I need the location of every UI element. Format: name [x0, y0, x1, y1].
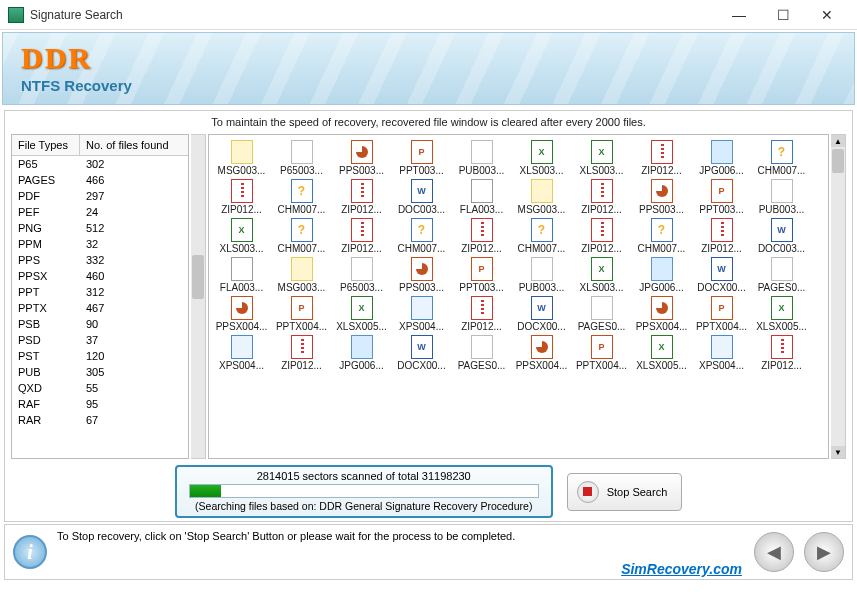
file-item[interactable]: CHM007...	[273, 178, 330, 215]
filetype-row[interactable]: PPT312	[12, 284, 188, 300]
file-grid[interactable]: MSG003...P65003...PPS003...PPT003...PUB0…	[208, 134, 829, 459]
file-item[interactable]: MSG003...	[273, 256, 330, 293]
file-item[interactable]: PPTX004...	[273, 295, 330, 332]
scrollbar-thumb[interactable]	[192, 255, 204, 299]
file-item[interactable]: PPSX004...	[513, 334, 570, 371]
filetype-row[interactable]: PAGES466	[12, 172, 188, 188]
file-item[interactable]: PAGES0...	[573, 295, 630, 332]
scroll-down-icon[interactable]: ▼	[831, 446, 845, 458]
file-item[interactable]: ZIP012...	[573, 217, 630, 254]
file-item[interactable]: PPTX004...	[693, 295, 750, 332]
file-item[interactable]: ZIP012...	[213, 178, 270, 215]
file-item[interactable]: PPS003...	[393, 256, 450, 293]
file-item[interactable]: P65003...	[333, 256, 390, 293]
file-item[interactable]: PPT003...	[393, 139, 450, 176]
nav-forward-button[interactable]: ▶	[804, 532, 844, 572]
file-item[interactable]: PPSX004...	[213, 295, 270, 332]
file-item[interactable]: MSG003...	[513, 178, 570, 215]
filetypes-scrollbar[interactable]	[191, 134, 206, 459]
file-item[interactable]: MSG003...	[213, 139, 270, 176]
file-item[interactable]: DOCX00...	[393, 334, 450, 371]
ppt-icon	[711, 179, 733, 203]
filetype-row[interactable]: PPS332	[12, 252, 188, 268]
file-item[interactable]: ZIP012...	[333, 178, 390, 215]
file-item[interactable]: JPG006...	[693, 139, 750, 176]
file-item[interactable]: PPSX004...	[633, 295, 690, 332]
file-item[interactable]: XPS004...	[393, 295, 450, 332]
page-icon	[471, 335, 493, 359]
filetype-row[interactable]: PPTX467	[12, 300, 188, 316]
close-button[interactable]: ✕	[805, 1, 849, 29]
file-item[interactable]: XLSX005...	[753, 295, 810, 332]
minimize-button[interactable]: —	[717, 1, 761, 29]
filetype-row[interactable]: PEF24	[12, 204, 188, 220]
file-item[interactable]: PAGES0...	[753, 256, 810, 293]
file-item[interactable]: CHM007...	[513, 217, 570, 254]
filetype-row[interactable]: PDF297	[12, 188, 188, 204]
file-item[interactable]: PUB003...	[453, 139, 510, 176]
file-item[interactable]: PPT003...	[693, 178, 750, 215]
file-item[interactable]: FLA003...	[453, 178, 510, 215]
file-item[interactable]: CHM007...	[273, 217, 330, 254]
file-item[interactable]: P65003...	[273, 139, 330, 176]
scroll-up-icon[interactable]: ▲	[831, 135, 845, 147]
file-item[interactable]: CHM007...	[753, 139, 810, 176]
filetype-row[interactable]: PPM32	[12, 236, 188, 252]
filetypes-list[interactable]: File Types No. of files found P65302PAGE…	[11, 134, 189, 459]
filetype-row[interactable]: RAR67	[12, 412, 188, 428]
nav-back-button[interactable]: ◀	[754, 532, 794, 572]
file-item[interactable]: PPT003...	[453, 256, 510, 293]
file-item[interactable]: ZIP012...	[333, 217, 390, 254]
file-item[interactable]: XLS003...	[573, 256, 630, 293]
stop-search-button[interactable]: Stop Search	[567, 473, 683, 511]
file-item[interactable]: PPS003...	[333, 139, 390, 176]
filetype-row[interactable]: PSB90	[12, 316, 188, 332]
file-item[interactable]: PUB003...	[513, 256, 570, 293]
filetype-row[interactable]: P65302	[12, 156, 188, 172]
file-label: ZIP012...	[333, 204, 390, 215]
file-item[interactable]: ZIP012...	[273, 334, 330, 371]
file-item[interactable]: JPG006...	[633, 256, 690, 293]
file-item[interactable]: XLSX005...	[633, 334, 690, 371]
file-item[interactable]: PPS003...	[633, 178, 690, 215]
file-item[interactable]: XLS003...	[213, 217, 270, 254]
filetype-row[interactable]: PST120	[12, 348, 188, 364]
file-item[interactable]: XLSX005...	[333, 295, 390, 332]
file-label: FLA003...	[453, 204, 510, 215]
file-item[interactable]: JPG006...	[333, 334, 390, 371]
file-item[interactable]: CHM007...	[633, 217, 690, 254]
maximize-button[interactable]: ☐	[761, 1, 805, 29]
filetype-row[interactable]: QXD55	[12, 380, 188, 396]
file-item[interactable]: XPS004...	[213, 334, 270, 371]
file-item[interactable]: PUB003...	[753, 178, 810, 215]
file-item[interactable]: FLA003...	[213, 256, 270, 293]
scrollbar-thumb[interactable]	[832, 149, 844, 173]
file-item[interactable]: XLS003...	[513, 139, 570, 176]
file-item[interactable]: PAGES0...	[453, 334, 510, 371]
file-label: ZIP012...	[633, 165, 690, 176]
file-item[interactable]: CHM007...	[393, 217, 450, 254]
filetype-row[interactable]: PSD37	[12, 332, 188, 348]
filetype-row[interactable]: PNG512	[12, 220, 188, 236]
filegrid-scrollbar[interactable]: ▲ ▼	[831, 134, 846, 459]
file-item[interactable]: DOCX00...	[513, 295, 570, 332]
file-item[interactable]: DOC003...	[393, 178, 450, 215]
file-item[interactable]: ZIP012...	[633, 139, 690, 176]
filetype-row[interactable]: PUB305	[12, 364, 188, 380]
file-item[interactable]: ZIP012...	[453, 217, 510, 254]
file-item[interactable]: PPTX004...	[573, 334, 630, 371]
file-item[interactable]: ZIP012...	[753, 334, 810, 371]
file-item[interactable]: DOC003...	[753, 217, 810, 254]
file-item[interactable]: XPS004...	[693, 334, 750, 371]
file-item[interactable]: DOCX00...	[693, 256, 750, 293]
file-item[interactable]: XLS003...	[573, 139, 630, 176]
file-label: P65003...	[273, 165, 330, 176]
filetype-row[interactable]: PPSX460	[12, 268, 188, 284]
file-item[interactable]: ZIP012...	[453, 295, 510, 332]
file-label: PUB003...	[453, 165, 510, 176]
info-icon[interactable]: i	[13, 535, 47, 569]
filetype-row[interactable]: RAF95	[12, 396, 188, 412]
file-label: PPS003...	[633, 204, 690, 215]
file-item[interactable]: ZIP012...	[693, 217, 750, 254]
file-item[interactable]: ZIP012...	[573, 178, 630, 215]
